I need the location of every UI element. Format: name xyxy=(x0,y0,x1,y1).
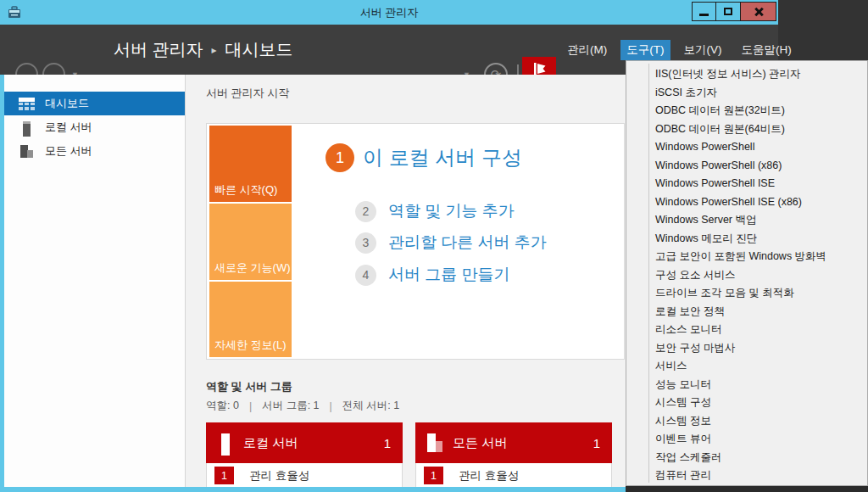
tools-menu-item[interactable]: iSCSI 초기자 xyxy=(626,84,867,103)
tools-menu-item[interactable]: IIS(인터넷 정보 서비스) 관리자 xyxy=(626,65,867,84)
tile-title: 로컬 서버 xyxy=(243,435,298,451)
welcome-tile: 빠른 시작(Q) 새로운 기능(W) 자세한 정보(L) 1 이 로컬 서버 구… xyxy=(206,123,625,360)
roles-stat-separator: | xyxy=(249,400,252,412)
sidebar-item[interactable]: 모든 서버 xyxy=(4,139,185,163)
tools-menu-item[interactable]: 시스템 구성 xyxy=(626,394,867,412)
sidebar-item[interactable]: 로컬 서버 xyxy=(4,115,185,139)
setup-step: 2 역할 및 기능 추가 xyxy=(355,200,515,222)
tools-menu-item[interactable]: Windows PowerShell ISE (x86) xyxy=(626,193,867,212)
breadcrumb-separator-icon: ▸ xyxy=(212,44,217,56)
tools-menu-item[interactable]: 컴퓨터 관리 xyxy=(626,467,867,485)
setup-step: 4 서버 그룹 만들기 xyxy=(355,264,510,286)
step-link[interactable]: 관리할 다른 서버 추가 xyxy=(388,232,547,254)
tools-menu-item[interactable]: 작업 스케줄러 xyxy=(626,449,867,467)
tools-menu-item[interactable]: Windows 메모리 진단 xyxy=(626,230,867,249)
roles-stat-text: 서버 그룹: 1 xyxy=(262,399,319,413)
quick-start-tab[interactable]: 자세한 정보(L) xyxy=(209,282,292,357)
role-group-tile: 로컬 서버 1 1 관리 효율성 xyxy=(206,422,403,489)
roles-stat: 역할: 0 | xyxy=(206,399,262,413)
tile-count: 1 xyxy=(593,436,600,450)
close-button[interactable] xyxy=(741,2,776,21)
tools-menu-item[interactable]: 성능 모니터 xyxy=(626,376,867,394)
step-number-badge: 3 xyxy=(355,232,376,254)
tools-menu-item[interactable]: Windows PowerShell ISE xyxy=(626,175,867,193)
breadcrumb-current[interactable]: 대시보드 xyxy=(225,38,293,61)
tools-menu-item[interactable]: 이벤트 뷰어 xyxy=(626,430,867,449)
step-link[interactable]: 역할 및 기능 추가 xyxy=(388,200,515,222)
tile-title: 모든 서버 xyxy=(453,435,507,451)
menubar-item[interactable]: 도움말(H) xyxy=(736,40,798,60)
manageability-label: 관리 효율성 xyxy=(459,468,519,484)
quick-start-tab[interactable]: 새로운 기능(W) xyxy=(209,204,292,280)
roles-stat-text: 역할: 0 xyxy=(206,399,239,413)
manageability-row[interactable]: 1 관리 효율성 xyxy=(415,463,612,489)
sidebar-item-icon xyxy=(19,98,35,110)
quick-start-tab[interactable]: 빠른 시작(Q) xyxy=(209,126,292,202)
menubar-item[interactable]: 관리(M) xyxy=(561,40,613,60)
roles-stat: 전체 서버: 1 xyxy=(342,399,420,413)
breadcrumb: 서버 관리자 ▸ 대시보드 xyxy=(114,25,293,75)
setup-step: 1 이 로컬 서버 구성 xyxy=(326,143,522,172)
manageability-label: 관리 효율성 xyxy=(249,468,309,484)
step-number-badge: 1 xyxy=(326,143,354,172)
step-number-badge: 4 xyxy=(355,265,376,286)
sidebar-item[interactable]: 대시보드 xyxy=(4,92,185,115)
sidebar-item-icon xyxy=(19,145,35,158)
quick-start-tab-label: 자세한 정보(L) xyxy=(214,338,287,353)
window-title: 서버 관리자 xyxy=(0,0,778,25)
roles-stat: 서버 그룹: 1 | xyxy=(262,399,342,413)
tools-menu-item[interactable]: ODBC 데이터 원본(32비트) xyxy=(626,102,867,120)
alert-count-badge: 1 xyxy=(424,467,443,484)
tools-menu-item[interactable]: 구성 요소 서비스 xyxy=(626,266,867,285)
server-icon xyxy=(426,433,443,452)
setup-steps: 1 이 로컬 서버 구성 2 역할 및 기능 추가 3 관리할 다른 서버 추가… xyxy=(292,124,622,357)
tile-header[interactable]: 모든 서버 1 xyxy=(415,422,612,463)
quick-start-tabs: 빠른 시작(Q) 새로운 기능(W) 자세한 정보(L) xyxy=(209,126,292,357)
alert-count-badge: 1 xyxy=(214,467,234,484)
sidebar-item-label: 로컬 서버 xyxy=(45,120,92,135)
tools-menu-item[interactable]: Windows PowerShell (x86) xyxy=(626,157,867,176)
tools-menu-item[interactable]: ODBC 데이터 원본(64비트) xyxy=(626,120,867,139)
minimize-icon xyxy=(699,14,709,16)
breadcrumb-root[interactable]: 서버 관리자 xyxy=(114,38,203,61)
role-group-tile: 모든 서버 1 1 관리 효율성 xyxy=(415,422,612,489)
menu-shadow xyxy=(626,486,868,492)
tools-menu-item[interactable]: 보안 구성 마법사 xyxy=(626,339,867,358)
roles-stat-separator: | xyxy=(330,400,332,412)
menubar-item[interactable]: 도구(T) xyxy=(620,40,670,60)
sidebar-list: 대시보드 로컬 서버 모든 서버 xyxy=(4,92,185,163)
close-icon xyxy=(754,7,764,17)
tools-menu-item[interactable]: 시스템 정보 xyxy=(626,412,867,431)
sidebar: 대시보드 로컬 서버 모든 서버 xyxy=(4,75,185,487)
tools-menu-item[interactable]: 고급 보안이 포함된 Windows 방화벽 xyxy=(626,248,867,266)
setup-step: 3 관리할 다른 서버 추가 xyxy=(355,232,547,254)
menubar-item[interactable]: 보기(V) xyxy=(678,40,728,60)
roles-stat-text: 전체 서버: 1 xyxy=(342,399,399,413)
quick-start-tab-label: 새로운 기능(W) xyxy=(214,260,291,276)
step-link[interactable]: 서버 그룹 만들기 xyxy=(388,264,510,286)
step-number-badge: 2 xyxy=(355,201,376,222)
step-link[interactable]: 이 로컬 서버 구성 xyxy=(363,144,522,171)
sidebar-item-icon xyxy=(19,121,35,134)
minimize-button[interactable] xyxy=(692,2,716,21)
tools-menu-item[interactable]: Windows PowerShell xyxy=(626,138,867,157)
quick-start-tab-label: 빠른 시작(Q) xyxy=(214,182,277,198)
tools-menu-item[interactable]: 서비스 xyxy=(626,357,867,376)
tools-menu-item[interactable]: 로컬 보안 정책 xyxy=(626,303,867,321)
tools-menu-item[interactable]: 리소스 모니터 xyxy=(626,321,867,339)
maximize-button[interactable] xyxy=(716,2,741,21)
sidebar-item-label: 대시보드 xyxy=(45,96,89,111)
tile-count: 1 xyxy=(384,436,391,450)
sidebar-item-label: 모든 서버 xyxy=(45,143,92,159)
tools-dropdown-menu: IIS(인터넷 정보 서비스) 관리자iSCSI 초기자ODBC 데이터 원본(… xyxy=(626,60,868,486)
manageability-row[interactable]: 1 관리 효율성 xyxy=(206,463,403,489)
titlebar[interactable]: 서버 관리자 xyxy=(0,0,778,25)
server-icon xyxy=(217,433,234,452)
tile-header[interactable]: 로컬 서버 1 xyxy=(206,422,403,463)
maximize-icon xyxy=(724,8,732,15)
tools-menu-item[interactable]: Windows Server 백업 xyxy=(626,211,867,230)
desktop: 서버 관리자 ← → ▼ 서버 관리자 ▸ 대시보드 ▼ ⟳ xyxy=(0,0,868,492)
tools-menu-item[interactable]: 드라이브 조각 모음 및 최적화 xyxy=(626,284,867,303)
